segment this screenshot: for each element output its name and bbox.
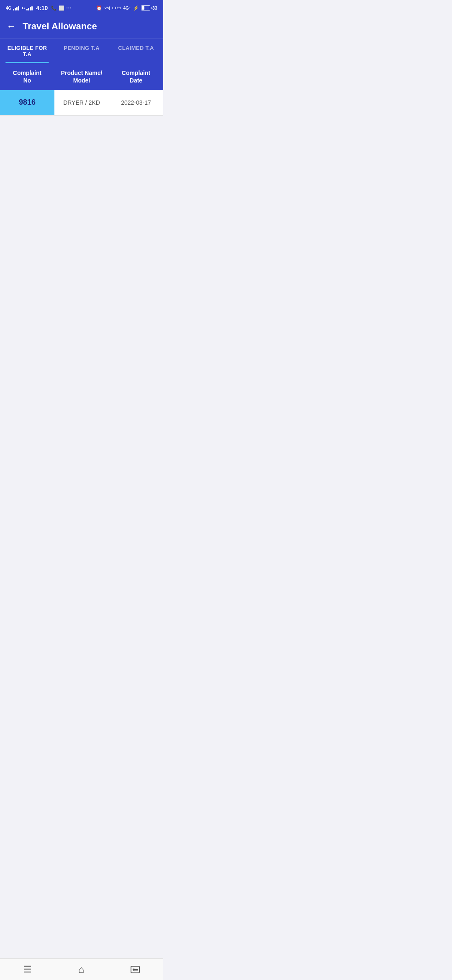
battery-percent: 33 [152,5,157,10]
battery-fill [142,6,144,10]
lightning-icon: ⚡ [133,5,139,11]
lte-icon: LTE1 [112,6,121,10]
4g-icon: 4G↑ [123,6,131,10]
cell-product-name: DRYER / 2KD [54,90,109,115]
tab-eligible[interactable]: ELIGIBLE FOR T.A [0,39,54,63]
tab-pending[interactable]: PENDING T.A [54,39,109,63]
alarm-icon: ⏰ [96,5,102,11]
tab-claimed[interactable]: CLAIMED T.A [109,39,163,63]
header: ← Travel Allowance [0,15,163,39]
signal-icon-2: G [22,6,25,10]
cell-complaint-no[interactable]: 9816 [0,90,54,115]
th-complaint-date: Complaint Date [109,63,163,90]
back-button[interactable]: ← [7,22,16,31]
sim-icon: ⬜ [59,5,64,11]
signal-bars-2 [26,5,33,10]
table-header: Complaint No Product Name/ Model Complai… [0,63,163,90]
empty-area [0,116,163,283]
status-right: ⏰ Vo) LTE1 4G↑ ⚡ 33 [96,5,157,11]
call-icon: 📞 [51,5,57,11]
table-row[interactable]: 9816 DRYER / 2KD 2022-03-17 [0,90,163,115]
dots-icon: ··· [66,5,72,11]
cell-complaint-date: 2022-03-17 [109,90,163,115]
signal-icon-1: 4G [6,6,11,10]
table-body: 9816 DRYER / 2KD 2022-03-17 [0,90,163,115]
signal-bars-1 [13,5,19,10]
status-bar: 4G G 4:10 📞 ⬜ ··· ⏰ Vo) LTE1 4G↑ ⚡ 33 [0,0,163,15]
time-display: 4:10 [36,5,48,11]
status-left: 4G G 4:10 📞 ⬜ ··· [6,5,72,11]
th-complaint-no: Complaint No [0,63,54,90]
th-product-name: Product Name/ Model [54,63,109,90]
page-title: Travel Allowance [23,21,97,32]
volte-icon: Vo) [104,6,110,10]
tabs-container: ELIGIBLE FOR T.A PENDING T.A CLAIMED T.A [0,39,163,63]
battery-icon [141,5,150,10]
